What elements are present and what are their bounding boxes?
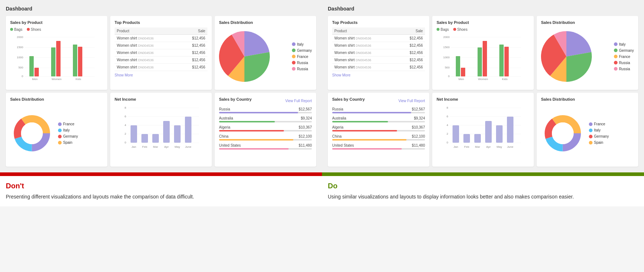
sales-bar-chart-svg: 2000 1500 1000 500 0 <box>10 34 103 81</box>
list-item: China $12,100 <box>219 134 312 141</box>
product-cell: Women shirt DN004536 <box>332 42 397 49</box>
country-bar-fill <box>219 139 293 141</box>
left-bottom-panel: Don't Presenting different visualization… <box>0 172 322 206</box>
country-bar-bg <box>332 112 425 113</box>
donut-germany: Germany <box>58 134 78 138</box>
right-country-card-title: Sales by Country <box>332 97 365 101</box>
svg-rect-13 <box>56 41 61 76</box>
product-col-header: Product <box>115 28 180 35</box>
right-panel-title: Dashboard <box>328 6 638 12</box>
svg-rect-60 <box>499 45 504 76</box>
svg-text:0: 0 <box>448 75 450 78</box>
right-sales-by-country-card: Sales by Country View Full Report Russia… <box>328 93 429 167</box>
right-country-header-row: Sales by Country View Full Report <box>332 97 425 104</box>
country-name: United States <box>332 143 354 147</box>
donut-spain-color <box>58 141 62 145</box>
list-item: China $12,100 <box>332 134 425 141</box>
left-bottom-text: Don't Presenting different visualization… <box>0 176 322 206</box>
table-row: Women shirt DN004536$12,456 <box>332 57 425 64</box>
svg-rect-80 <box>507 117 513 143</box>
right-pie-container: Italy Germany France Russia <box>541 28 634 85</box>
right-donut-chart-svg <box>541 112 585 155</box>
right-donut-spain: Spain <box>589 141 609 145</box>
country-header: Algeria $10,367 <box>219 125 312 129</box>
product-cell: Women shirt DN004536 <box>332 49 397 57</box>
table-row: Women shirt DN004536$12,456 <box>332 64 425 71</box>
product-cell: Women shirt DN004536 <box>115 42 180 49</box>
svg-rect-79 <box>496 125 503 143</box>
svg-rect-75 <box>453 125 459 143</box>
svg-text:6: 6 <box>447 115 449 118</box>
svg-text:0: 0 <box>125 141 127 144</box>
product-cell: Women shirt DN004536 <box>115 64 180 71</box>
country-header: Algeria $10,367 <box>332 125 425 129</box>
right-sales-bar-chart-svg: 2000 1500 1000 500 0 Men <box>437 34 529 81</box>
svg-rect-56 <box>456 56 460 76</box>
right-sales-dist-donut-card: Sales Distribution France <box>537 93 638 167</box>
pie-chart-svg <box>219 31 270 82</box>
country-bar-fill <box>332 112 411 113</box>
donut-france-label: France <box>63 122 74 126</box>
right-bottom-panel: Do Using similar visualizations and layo… <box>322 172 644 206</box>
svg-rect-10 <box>29 56 34 76</box>
do-desc: Using similar visualizations and layouts… <box>328 193 638 201</box>
country-header: China $12,100 <box>219 134 312 138</box>
svg-rect-34 <box>131 125 137 143</box>
dont-label: Don't <box>6 182 316 190</box>
legend-russia: Russia <box>292 61 312 65</box>
right-donut-spain-color <box>589 141 593 145</box>
svg-text:Mar: Mar <box>475 145 480 148</box>
country-bar-bg <box>332 139 425 141</box>
list-item: Australia $9,324 <box>219 116 312 122</box>
right-bags-dot <box>437 28 439 31</box>
table-row: Women shirt DN004536$12,456 <box>332 49 425 57</box>
svg-text:Apr: Apr <box>164 145 169 148</box>
country-value: $12,100 <box>412 134 425 138</box>
country-name: Australia <box>332 116 346 120</box>
country-name: China <box>219 134 228 138</box>
right-donut-germany-color <box>589 135 593 138</box>
right-germany-color <box>614 49 618 52</box>
show-more-link[interactable]: Show More <box>115 73 207 77</box>
svg-text:0: 0 <box>447 141 449 144</box>
right-donut-italy-color <box>589 129 593 132</box>
bags-dot <box>10 28 13 31</box>
right-france-label: France <box>619 55 630 59</box>
country-bar-bg <box>332 121 425 122</box>
left-view-full-report[interactable]: View Full Report <box>285 99 312 103</box>
country-value: $11,480 <box>412 143 425 147</box>
country-bar-fill <box>219 121 275 122</box>
donut-italy-label: Italy <box>63 128 70 132</box>
country-header: Russia $12,567 <box>332 107 425 111</box>
france-color <box>292 55 296 58</box>
country-header: Australia $9,324 <box>332 116 425 120</box>
legend-russia2: Russia <box>292 67 312 71</box>
svg-text:Men: Men <box>32 78 38 81</box>
sale-cell: $12,456 <box>180 35 207 42</box>
sale-cell: $12,456 <box>180 64 207 71</box>
right-donut-italy: Italy <box>589 128 609 132</box>
list-item: Algeria $10,367 <box>332 125 425 131</box>
svg-text:June: June <box>185 145 191 148</box>
right-donut-legend: France Italy Germany Spain <box>589 122 609 145</box>
svg-text:2: 2 <box>125 132 127 135</box>
right-bar-chart-legend: Bags Shoes <box>437 28 529 32</box>
country-name: Algeria <box>219 125 230 129</box>
left-sales-dist-donut-title: Sales Distribution <box>10 97 103 101</box>
right-italy-label: Italy <box>619 42 626 46</box>
svg-text:0: 0 <box>22 75 24 78</box>
right-shoes-dot <box>453 28 456 31</box>
svg-text:2000: 2000 <box>443 35 450 39</box>
country-header: United States $11,480 <box>332 143 425 147</box>
right-italy-color <box>614 42 618 46</box>
country-bar-fill <box>219 130 284 131</box>
bags-legend: Bags <box>10 28 22 32</box>
right-sales-dist-donut-title: Sales Distribution <box>541 97 634 101</box>
right-view-full-report[interactable]: View Full Report <box>399 99 425 103</box>
left-net-income-card: Net Income 8 6 4 2 0 <box>110 93 212 167</box>
left-sales-dist-pie-title: Sales Distribution <box>219 20 312 25</box>
svg-text:1000: 1000 <box>17 56 23 59</box>
svg-text:2: 2 <box>447 132 449 135</box>
country-name: Russia <box>332 107 343 111</box>
right-show-more-link[interactable]: Show More <box>332 73 425 77</box>
